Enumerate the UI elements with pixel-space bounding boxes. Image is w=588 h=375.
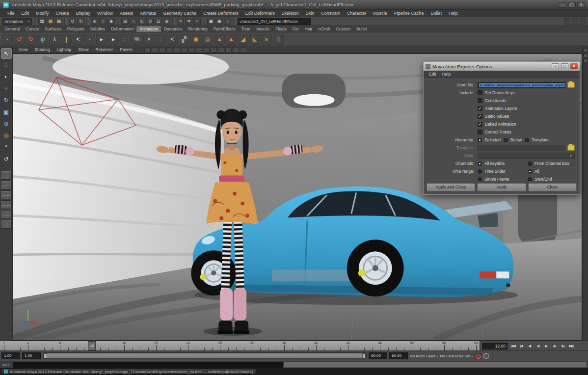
go-to-end-button[interactable]: ▶▶| bbox=[567, 342, 575, 349]
menu-skeleton[interactable]: Skeleton bbox=[278, 10, 302, 16]
shelf-tab-polygons[interactable]: Polygons bbox=[64, 26, 87, 32]
range-handle-right[interactable] bbox=[362, 353, 366, 358]
shelf-walk-cycle-icon[interactable]: ◉ bbox=[190, 34, 201, 45]
dialog-menu-help[interactable]: Help bbox=[440, 72, 453, 77]
radio-single-frame[interactable] bbox=[478, 177, 482, 182]
toggle-channel-box-icon[interactable] bbox=[584, 59, 588, 63]
panel-menu-renderer[interactable]: Renderer bbox=[93, 47, 116, 52]
panel-menu-lighting[interactable]: Lighting bbox=[53, 47, 74, 52]
playback-end-field[interactable]: 60.00 bbox=[369, 352, 387, 359]
step-back-key-button[interactable]: |◀ bbox=[517, 342, 525, 349]
snap-to-grid-icon[interactable]: ⊞ bbox=[121, 18, 129, 25]
shelf-tab-dynamics[interactable]: Dynamics bbox=[161, 26, 185, 32]
snap-to-curve-icon[interactable]: ∩ bbox=[130, 18, 137, 25]
toggle-attribute-editor-icon[interactable] bbox=[584, 48, 588, 52]
taskbar-maya-button[interactable]: Autodesk Maya 2013 Release Candidate x64… bbox=[1, 369, 256, 375]
show-channel-box-icon[interactable] bbox=[580, 18, 586, 25]
lock-camera-icon[interactable] bbox=[152, 47, 158, 53]
select-by-component-icon[interactable]: ◆ bbox=[107, 18, 115, 25]
range-slider-bar[interactable] bbox=[44, 353, 366, 358]
auto-keyframe-toggle[interactable] bbox=[475, 353, 481, 359]
render-settings-icon[interactable]: ☼ bbox=[224, 18, 231, 25]
new-scene-icon[interactable]: ▤ bbox=[38, 18, 46, 25]
radio-below[interactable] bbox=[504, 138, 508, 142]
radio-all-keyable[interactable] bbox=[478, 161, 482, 166]
snap-to-plane-icon[interactable]: ⊘ bbox=[146, 18, 154, 25]
maximize-button[interactable]: ▢ bbox=[568, 2, 576, 8]
output-connections-icon[interactable]: ≋ bbox=[185, 18, 192, 25]
panel-menu-shading[interactable]: Shading bbox=[31, 47, 53, 52]
menu-geometry-cache[interactable]: Geometry Cache bbox=[160, 10, 200, 16]
menu-create-deformers[interactable]: Create Deformers bbox=[200, 10, 242, 16]
make-live-icon[interactable]: ⊡ bbox=[155, 18, 162, 25]
shelf-tab-deformation[interactable]: Deformation bbox=[108, 26, 136, 32]
radio-template[interactable] bbox=[525, 138, 529, 142]
playback-start-field[interactable]: 1.00 bbox=[1, 352, 20, 359]
shelf-angle-icon[interactable]: < bbox=[167, 34, 178, 45]
shelf-tab-general[interactable]: General bbox=[2, 26, 23, 32]
shelf-key-next-icon[interactable]: ▸ bbox=[108, 34, 119, 45]
template-input[interactable] bbox=[478, 145, 565, 151]
menu-help[interactable]: Help bbox=[445, 10, 461, 16]
dialog-close-button[interactable]: ✕ bbox=[570, 63, 578, 69]
camera-attributes-icon[interactable] bbox=[159, 47, 165, 53]
select-tool[interactable]: ↖ bbox=[1, 48, 12, 59]
checkbox-animation-layers[interactable]: ✓ bbox=[478, 106, 482, 111]
dialog-maximize-button[interactable]: ▢ bbox=[561, 63, 568, 69]
menu-pipeline-cache[interactable]: Pipeline Cache bbox=[391, 10, 428, 16]
menu-muscle[interactable]: Muscle bbox=[370, 10, 391, 16]
undo-icon[interactable]: ↺ bbox=[69, 18, 76, 25]
safe-title-icon[interactable] bbox=[233, 47, 239, 53]
command-line-input[interactable] bbox=[13, 362, 283, 368]
snap-align-icon[interactable]: ⊕ bbox=[163, 18, 170, 25]
menu-character[interactable]: Character bbox=[344, 10, 370, 16]
shelf-key-pair-icon[interactable]: :: bbox=[120, 34, 131, 45]
shelf-tab-bullet[interactable]: Bullet bbox=[353, 26, 370, 32]
show-tool-settings-icon[interactable] bbox=[572, 18, 578, 25]
shelf-tab-rendering[interactable]: Rendering bbox=[185, 26, 210, 32]
shelf-foot-icon[interactable]: ▲ bbox=[226, 34, 237, 45]
shelf-tab-hair[interactable]: Hair bbox=[302, 26, 316, 32]
quick-selection-input[interactable]: character1_Ctrl_LeftHandEffector bbox=[238, 18, 311, 25]
menu-set-selector[interactable]: Animation ▾ bbox=[2, 18, 32, 25]
shelf-step-key-icon[interactable]: ▸ bbox=[96, 34, 107, 45]
construction-history-icon[interactable]: ≈ bbox=[193, 18, 201, 25]
redo-icon[interactable]: ↻ bbox=[77, 18, 84, 25]
snap-to-point-icon[interactable]: ⊙ bbox=[138, 18, 145, 25]
image-plane-icon[interactable] bbox=[174, 47, 180, 53]
step-forward-frame-button[interactable]: |▶ bbox=[551, 342, 559, 349]
hypershade-persp-layout-button[interactable] bbox=[1, 210, 12, 219]
select-by-hierarchy-icon[interactable]: ◈ bbox=[91, 18, 98, 25]
input-connections-icon[interactable]: ≡ bbox=[177, 18, 184, 25]
paint-selection-tool[interactable]: ◐ bbox=[1, 72, 12, 82]
field-chart-icon[interactable] bbox=[218, 47, 224, 53]
checkbox-set-driven-keys[interactable] bbox=[478, 90, 482, 95]
apply-and-close-button[interactable]: Apply and Close bbox=[427, 183, 475, 191]
persp-uv-layout-button[interactable] bbox=[1, 220, 12, 229]
open-render-view-icon[interactable]: ▣ bbox=[207, 18, 214, 25]
bookmarks-icon[interactable] bbox=[166, 47, 173, 53]
save-scene-icon[interactable]: ▥ bbox=[55, 18, 62, 25]
move-tool[interactable]: + bbox=[1, 83, 12, 94]
dialog-titlebar[interactable]: Maya Atom Exporter Options – ▢ ✕ bbox=[424, 62, 580, 71]
menu-constrain[interactable]: Constrain bbox=[318, 10, 344, 16]
resolution-gate-icon[interactable] bbox=[203, 47, 210, 53]
atom-file-input[interactable]: E:\dany\_projects\maya2013_porsche\clip_… bbox=[478, 82, 565, 88]
shelf-tab-fur[interactable]: Fur bbox=[290, 26, 302, 32]
range-slider-track[interactable] bbox=[43, 352, 367, 359]
close-button[interactable]: Close bbox=[528, 183, 577, 191]
two-panes-icon[interactable] bbox=[181, 47, 187, 53]
panel-menu-show[interactable]: Show bbox=[75, 47, 91, 52]
menu-window[interactable]: Window bbox=[94, 10, 116, 16]
shelf-spline-icon[interactable]: % bbox=[132, 34, 142, 45]
step-back-frame-button[interactable]: ◀| bbox=[526, 342, 534, 349]
scale-tool[interactable]: ▣ bbox=[1, 107, 12, 118]
shelf-pose-icon[interactable]: ▞ bbox=[179, 34, 189, 45]
shelf-locator-icon[interactable]: · bbox=[84, 34, 95, 45]
play-forwards-button[interactable]: ▶ bbox=[542, 342, 550, 349]
template-browse-folder-icon[interactable] bbox=[567, 145, 575, 151]
shelf-hand-icon[interactable]: ▲ bbox=[214, 34, 225, 45]
radio-from-channel-box[interactable] bbox=[528, 161, 532, 166]
anim-layer-menu[interactable]: No Anim Layer ▾ bbox=[410, 354, 438, 358]
universal-manipulator-tool[interactable]: ⊕ bbox=[1, 119, 12, 130]
